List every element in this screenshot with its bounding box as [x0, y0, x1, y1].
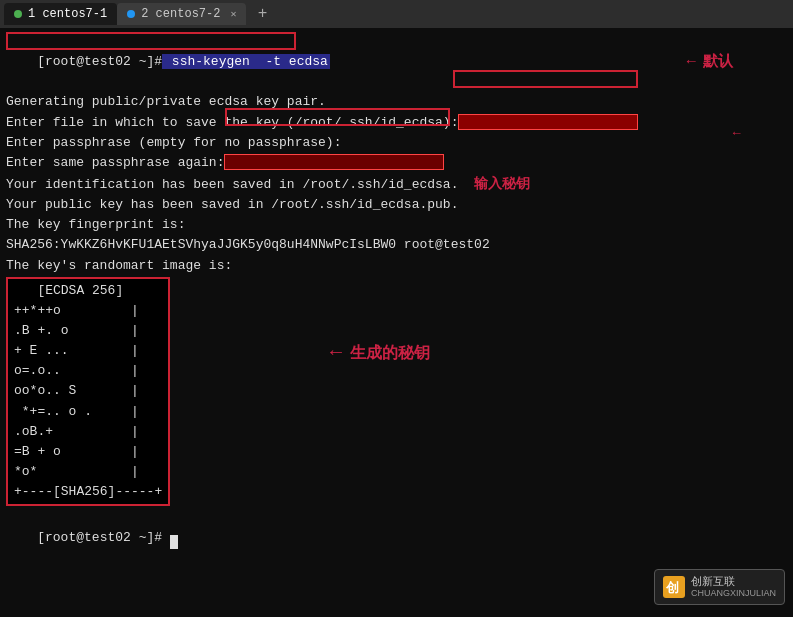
ascii-line-6: oo*o.. S |	[14, 381, 162, 401]
ascii-line-5: o=.o.. |	[14, 361, 162, 381]
output-line-5: Your identification has been saved in /r…	[6, 173, 787, 195]
output-line-7: The key fingerprint is:	[6, 215, 787, 235]
file-input-box[interactable]	[458, 114, 638, 130]
default-annotation: ← 默认	[684, 50, 733, 73]
output-line-2: Enter file in which to save the key (/ro…	[6, 113, 787, 133]
arrow-right-default: ←	[684, 52, 699, 69]
watermark-line1: 创新互联	[691, 574, 776, 588]
generated-label: 生成的秘钥	[350, 341, 430, 365]
watermark-text: 创新互联 CHUANGXINJULIAN	[691, 574, 776, 600]
tab-add-button[interactable]: +	[250, 3, 274, 25]
output-line-3: Enter passphrase (empty for no passphras…	[6, 133, 787, 153]
output-line-9: The key's randomart image is:	[6, 256, 787, 276]
tab-bar: 1 centos7-1 2 centos7-2 ✕ +	[0, 0, 793, 28]
tab-dot-2	[127, 10, 135, 18]
output-line-1: Generating public/private ecdsa key pair…	[6, 92, 787, 112]
cursor	[170, 535, 178, 549]
tab-centos7-1[interactable]: 1 centos7-1	[4, 3, 117, 25]
terminal-area: [root@test02 ~]# ssh-keygen -t ecdsa Gen…	[0, 28, 793, 617]
ascii-line-7: *+=.. o . |	[14, 402, 162, 422]
passphrase-input-box[interactable]	[224, 154, 444, 170]
last-prompt-line: [root@test02 ~]#	[6, 508, 787, 568]
tab-label-2: 2 centos7-2	[141, 7, 220, 21]
tab-label-1: 1 centos7-1	[28, 7, 107, 21]
tab-close-icon[interactable]: ✕	[230, 8, 236, 20]
ascii-line-4: + E ... |	[14, 341, 162, 361]
ascii-line-9: =B + o |	[14, 442, 162, 462]
prompt-1: [root@test02 ~]#	[37, 54, 162, 69]
tab-dot-1	[14, 10, 22, 18]
secret-arrow: ←	[730, 123, 743, 143]
ascii-line-2: ++*++o |	[14, 301, 162, 321]
output-line-8: SHA256:YwKKZ6HvKFU1AEtSVhyaJJGK5y0q8uH4N…	[6, 235, 787, 255]
output-line-6: Your public key has been saved in /root/…	[6, 195, 787, 215]
generated-annotation: ← 生成的秘钥	[330, 338, 430, 368]
ascii-line-11: +----[SHA256]-----+	[14, 482, 162, 502]
ascii-art-box: [ECDSA 256] ++*++o | .B +. o | + E ... |…	[6, 277, 170, 507]
last-prompt: [root@test02 ~]#	[37, 530, 162, 545]
ascii-line-10: *o* |	[14, 462, 162, 482]
watermark: 创 创新互联 CHUANGXINJULIAN	[654, 569, 785, 605]
secret-annotation: 输入秘钥	[474, 175, 530, 191]
svg-text:创: 创	[665, 580, 679, 596]
command-text: ssh-keygen -t ecdsa	[162, 54, 330, 69]
output-line-4: Enter same passphrase again:	[6, 153, 787, 173]
command-line: [root@test02 ~]# ssh-keygen -t ecdsa	[6, 32, 787, 92]
ascii-line-1: [ECDSA 256]	[14, 281, 162, 301]
tab-centos7-2[interactable]: 2 centos7-2 ✕	[117, 3, 246, 25]
watermark-logo: 创	[663, 576, 685, 598]
logo-icon: 创	[665, 578, 683, 596]
ascii-line-3: .B +. o |	[14, 321, 162, 341]
generated-arrow-icon: ←	[330, 338, 342, 368]
watermark-line2: CHUANGXINJULIAN	[691, 588, 776, 600]
ascii-line-8: .oB.+ |	[14, 422, 162, 442]
